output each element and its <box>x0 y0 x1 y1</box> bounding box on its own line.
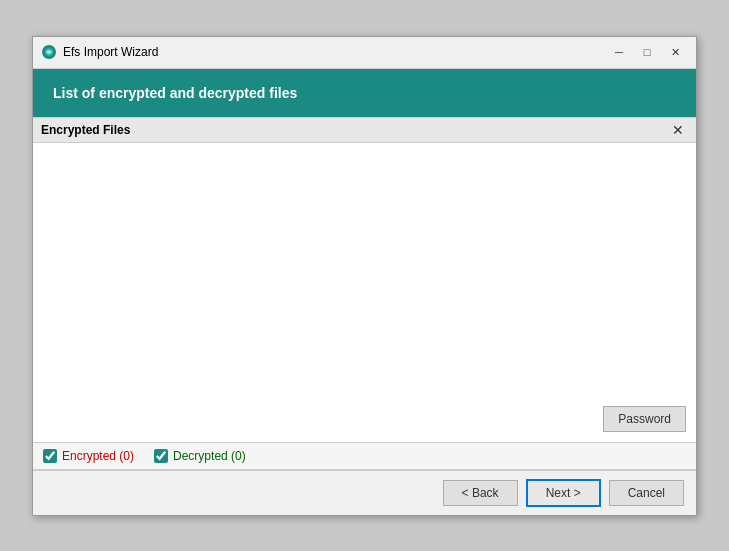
header-title: List of encrypted and decrypted files <box>53 85 297 101</box>
table-header: Encrypted Files ✕ <box>33 117 696 143</box>
cancel-button[interactable]: Cancel <box>609 480 684 506</box>
column-close-icon[interactable]: ✕ <box>668 122 688 138</box>
decrypted-checkbox[interactable] <box>154 449 168 463</box>
close-button[interactable]: ✕ <box>662 41 688 63</box>
bottom-bar: < Back Next > Cancel <box>33 470 696 515</box>
app-icon <box>41 44 57 60</box>
minimize-button[interactable]: ─ <box>606 41 632 63</box>
decrypted-filter-item: Decrypted (0) <box>154 449 246 463</box>
file-list-area: Password <box>33 143 696 443</box>
window-title: Efs Import Wizard <box>63 45 606 59</box>
content-area: Encrypted Files ✕ Password <box>33 117 696 443</box>
password-button[interactable]: Password <box>603 406 686 432</box>
window-controls: ─ □ ✕ <box>606 41 688 63</box>
next-button[interactable]: Next > <box>526 479 601 507</box>
decrypted-filter-label: Decrypted (0) <box>173 449 246 463</box>
encrypted-filter-label: Encrypted (0) <box>62 449 134 463</box>
title-bar: Efs Import Wizard ─ □ ✕ <box>33 37 696 69</box>
main-window: Efs Import Wizard ─ □ ✕ List of encrypte… <box>32 36 697 516</box>
encrypted-filter-item: Encrypted (0) <box>43 449 134 463</box>
filter-bar: Encrypted (0) Decrypted (0) <box>33 443 696 470</box>
password-btn-area: Password <box>603 406 686 432</box>
header-banner: List of encrypted and decrypted files <box>33 69 696 117</box>
column-header-label: Encrypted Files <box>41 123 668 137</box>
encrypted-checkbox[interactable] <box>43 449 57 463</box>
back-button[interactable]: < Back <box>443 480 518 506</box>
maximize-button[interactable]: □ <box>634 41 660 63</box>
